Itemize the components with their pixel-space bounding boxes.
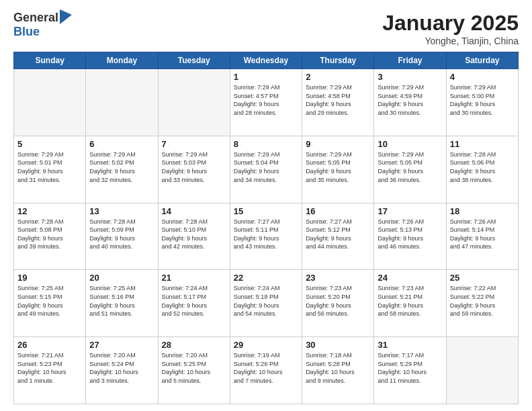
day-number: 29 xyxy=(234,340,298,350)
title-location: Yonghe, Tianjin, China xyxy=(382,36,519,46)
day-number: 16 xyxy=(306,206,370,216)
day-cell: 25Sunrise: 7:22 AM Sunset: 5:22 PM Dayli… xyxy=(446,270,518,337)
calendar-table: Sunday Monday Tuesday Wednesday Thursday… xyxy=(13,52,519,404)
day-cell: 4Sunrise: 7:29 AM Sunset: 5:00 PM Daylig… xyxy=(446,69,518,136)
logo: General Blue xyxy=(13,11,72,39)
day-info: Sunrise: 7:22 AM Sunset: 5:22 PM Dayligh… xyxy=(450,284,515,318)
day-info: Sunrise: 7:29 AM Sunset: 4:58 PM Dayligh… xyxy=(306,83,370,117)
day-cell: 6Sunrise: 7:29 AM Sunset: 5:02 PM Daylig… xyxy=(86,136,158,203)
day-number: 30 xyxy=(306,340,370,350)
day-cell: 5Sunrise: 7:29 AM Sunset: 5:01 PM Daylig… xyxy=(14,136,86,203)
title-month: January 2025 xyxy=(382,11,519,36)
day-info: Sunrise: 7:29 AM Sunset: 5:05 PM Dayligh… xyxy=(306,150,370,184)
day-cell xyxy=(158,69,230,136)
logo-icon xyxy=(60,9,72,24)
day-cell: 19Sunrise: 7:25 AM Sunset: 5:15 PM Dayli… xyxy=(14,270,86,337)
day-cell: 9Sunrise: 7:29 AM Sunset: 5:05 PM Daylig… xyxy=(302,136,374,203)
day-info: Sunrise: 7:29 AM Sunset: 4:57 PM Dayligh… xyxy=(234,83,298,117)
header-saturday: Saturday xyxy=(446,52,518,69)
header: General Blue January 2025 Yonghe, Tianji… xyxy=(13,11,519,46)
day-info: Sunrise: 7:26 AM Sunset: 5:13 PM Dayligh… xyxy=(378,218,442,251)
header-sunday: Sunday xyxy=(14,52,86,69)
day-number: 31 xyxy=(378,340,442,350)
day-number: 10 xyxy=(378,139,442,149)
day-info: Sunrise: 7:28 AM Sunset: 5:09 PM Dayligh… xyxy=(89,218,154,251)
day-info: Sunrise: 7:20 AM Sunset: 5:24 PM Dayligh… xyxy=(89,351,154,385)
day-number: 5 xyxy=(17,139,82,149)
day-info: Sunrise: 7:29 AM Sunset: 5:03 PM Dayligh… xyxy=(162,150,226,184)
day-info: Sunrise: 7:27 AM Sunset: 5:11 PM Dayligh… xyxy=(234,218,298,251)
day-info: Sunrise: 7:28 AM Sunset: 5:10 PM Dayligh… xyxy=(162,218,226,251)
day-number: 9 xyxy=(306,139,370,149)
day-info: Sunrise: 7:19 AM Sunset: 5:26 PM Dayligh… xyxy=(234,351,298,385)
day-info: Sunrise: 7:20 AM Sunset: 5:25 PM Dayligh… xyxy=(162,351,226,385)
day-info: Sunrise: 7:26 AM Sunset: 5:14 PM Dayligh… xyxy=(450,218,515,251)
day-info: Sunrise: 7:24 AM Sunset: 5:18 PM Dayligh… xyxy=(234,284,298,318)
day-info: Sunrise: 7:29 AM Sunset: 5:01 PM Dayligh… xyxy=(17,150,82,184)
svg-marker-0 xyxy=(60,9,72,24)
day-cell: 10Sunrise: 7:29 AM Sunset: 5:05 PM Dayli… xyxy=(374,136,446,203)
day-number: 1 xyxy=(234,72,298,82)
day-number: 4 xyxy=(450,72,515,82)
day-number: 8 xyxy=(234,139,298,149)
day-info: Sunrise: 7:29 AM Sunset: 4:59 PM Dayligh… xyxy=(378,83,442,117)
day-number: 3 xyxy=(378,72,442,82)
day-number: 21 xyxy=(162,273,226,283)
week-row-4: 19Sunrise: 7:25 AM Sunset: 5:15 PM Dayli… xyxy=(14,270,519,337)
day-cell: 31Sunrise: 7:17 AM Sunset: 5:29 PM Dayli… xyxy=(374,337,446,404)
day-number: 17 xyxy=(378,206,442,216)
week-row-1: 1Sunrise: 7:29 AM Sunset: 4:57 PM Daylig… xyxy=(14,69,519,136)
day-number: 20 xyxy=(89,273,154,283)
logo-blue: Blue xyxy=(13,26,72,39)
day-info: Sunrise: 7:25 AM Sunset: 5:16 PM Dayligh… xyxy=(89,284,154,318)
week-row-2: 5Sunrise: 7:29 AM Sunset: 5:01 PM Daylig… xyxy=(14,136,519,203)
day-cell: 29Sunrise: 7:19 AM Sunset: 5:26 PM Dayli… xyxy=(230,337,302,404)
day-cell: 20Sunrise: 7:25 AM Sunset: 5:16 PM Dayli… xyxy=(86,270,158,337)
day-info: Sunrise: 7:17 AM Sunset: 5:29 PM Dayligh… xyxy=(378,351,442,385)
day-cell: 16Sunrise: 7:27 AM Sunset: 5:12 PM Dayli… xyxy=(302,203,374,270)
day-cell: 1Sunrise: 7:29 AM Sunset: 4:57 PM Daylig… xyxy=(230,69,302,136)
day-number: 18 xyxy=(450,206,515,216)
logo-general: General xyxy=(13,11,58,25)
day-cell: 23Sunrise: 7:23 AM Sunset: 5:20 PM Dayli… xyxy=(302,270,374,337)
day-number: 27 xyxy=(89,340,154,350)
day-number: 28 xyxy=(162,340,226,350)
day-cell: 21Sunrise: 7:24 AM Sunset: 5:17 PM Dayli… xyxy=(158,270,230,337)
header-friday: Friday xyxy=(374,52,446,69)
page: General Blue January 2025 Yonghe, Tianji… xyxy=(0,0,532,411)
day-info: Sunrise: 7:29 AM Sunset: 5:02 PM Dayligh… xyxy=(89,150,154,184)
day-number: 13 xyxy=(89,206,154,216)
day-cell: 8Sunrise: 7:29 AM Sunset: 5:04 PM Daylig… xyxy=(230,136,302,203)
day-cell: 30Sunrise: 7:18 AM Sunset: 5:28 PM Dayli… xyxy=(302,337,374,404)
title-block: January 2025 Yonghe, Tianjin, China xyxy=(382,11,519,46)
day-number: 15 xyxy=(234,206,298,216)
day-number: 12 xyxy=(17,206,82,216)
day-info: Sunrise: 7:23 AM Sunset: 5:20 PM Dayligh… xyxy=(306,284,370,318)
day-info: Sunrise: 7:29 AM Sunset: 5:04 PM Dayligh… xyxy=(234,150,298,184)
day-cell: 17Sunrise: 7:26 AM Sunset: 5:13 PM Dayli… xyxy=(374,203,446,270)
day-number: 7 xyxy=(162,139,226,149)
day-number: 25 xyxy=(450,273,515,283)
day-number: 24 xyxy=(378,273,442,283)
day-cell: 24Sunrise: 7:23 AM Sunset: 5:21 PM Dayli… xyxy=(374,270,446,337)
day-info: Sunrise: 7:25 AM Sunset: 5:15 PM Dayligh… xyxy=(17,284,82,318)
day-info: Sunrise: 7:21 AM Sunset: 5:23 PM Dayligh… xyxy=(17,351,82,385)
day-cell: 2Sunrise: 7:29 AM Sunset: 4:58 PM Daylig… xyxy=(302,69,374,136)
day-info: Sunrise: 7:28 AM Sunset: 5:08 PM Dayligh… xyxy=(17,218,82,251)
day-cell: 27Sunrise: 7:20 AM Sunset: 5:24 PM Dayli… xyxy=(86,337,158,404)
header-thursday: Thursday xyxy=(302,52,374,69)
day-number: 19 xyxy=(17,273,82,283)
day-number: 26 xyxy=(17,340,82,350)
day-info: Sunrise: 7:29 AM Sunset: 5:05 PM Dayligh… xyxy=(378,150,442,184)
day-cell xyxy=(446,337,518,404)
day-cell: 22Sunrise: 7:24 AM Sunset: 5:18 PM Dayli… xyxy=(230,270,302,337)
day-number: 14 xyxy=(162,206,226,216)
header-monday: Monday xyxy=(86,52,158,69)
day-cell xyxy=(86,69,158,136)
day-number: 6 xyxy=(89,139,154,149)
day-info: Sunrise: 7:29 AM Sunset: 5:00 PM Dayligh… xyxy=(450,83,515,117)
day-number: 11 xyxy=(450,139,515,149)
day-info: Sunrise: 7:27 AM Sunset: 5:12 PM Dayligh… xyxy=(306,218,370,251)
day-cell: 15Sunrise: 7:27 AM Sunset: 5:11 PM Dayli… xyxy=(230,203,302,270)
day-number: 22 xyxy=(234,273,298,283)
